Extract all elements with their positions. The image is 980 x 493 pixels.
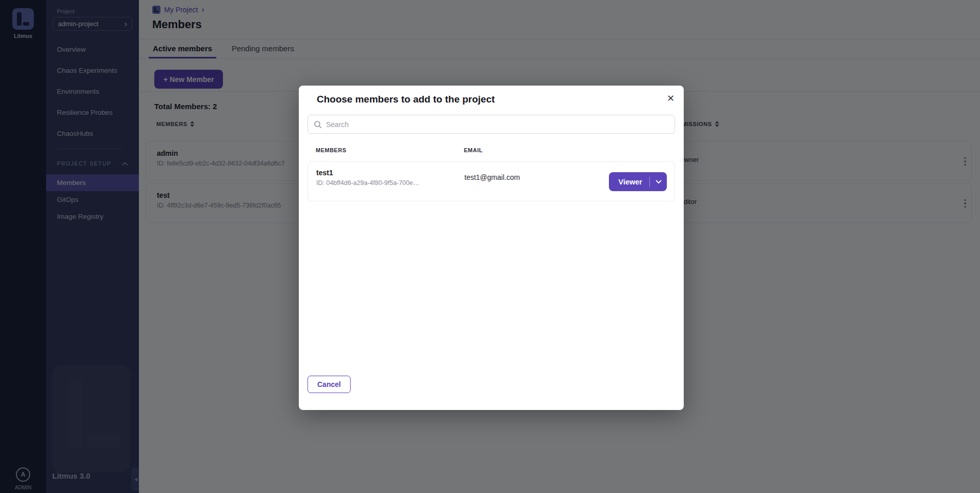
cancel-button[interactable]: Cancel: [308, 376, 351, 393]
chevron-down-icon[interactable]: [650, 180, 667, 184]
member-id: ID: 04bff4d6-a29a-4f80-9f5a-700e…: [316, 179, 419, 187]
member-name: test1: [316, 169, 333, 177]
modal-title: Choose members to add to the project: [317, 94, 495, 105]
role-viewer-split-button[interactable]: Viewer: [609, 172, 667, 191]
search-input[interactable]: [326, 120, 675, 129]
member-email: test1@gmail.com: [464, 173, 520, 181]
add-members-modal: Choose members to add to the project ✕ M…: [299, 86, 684, 410]
modal-column-header-members: MEMBERS: [316, 147, 346, 153]
close-icon[interactable]: ✕: [667, 93, 675, 104]
litmus-app: Litmus A ADMIN Project admin-project › O…: [0, 0, 980, 493]
role-button-label: Viewer: [609, 178, 650, 186]
modal-column-header-email: EMAIL: [464, 147, 483, 153]
search-box: [308, 115, 675, 134]
search-icon: [314, 120, 322, 129]
modal-member-row: test1 ID: 04bff4d6-a29a-4f80-9f5a-700e… …: [308, 161, 675, 201]
